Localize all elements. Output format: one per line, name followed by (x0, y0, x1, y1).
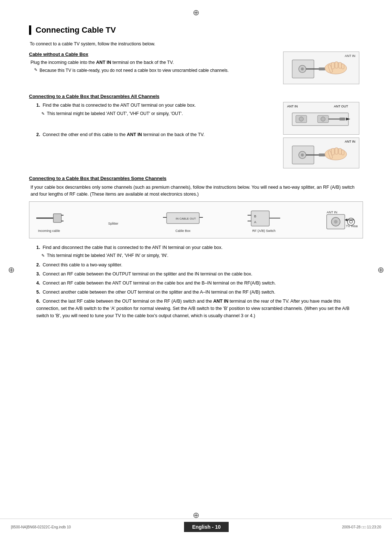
page-title: Connecting Cable TV (29, 25, 363, 35)
svg-point-13 (299, 117, 303, 121)
section1-text: Cable without a Cable Box Plug the incom… (29, 52, 283, 87)
section3-step5: 5. Connect another cable between the oth… (36, 289, 363, 296)
cd-splitter: Splitter (108, 222, 118, 225)
ant-in-label2: ANT IN (287, 105, 298, 108)
svg-text:TV Rear: TV Rear (346, 224, 358, 228)
cablebox-svg: IN CABLE OUT (163, 207, 203, 229)
section1-image-col: ANT IN (283, 52, 363, 87)
cable-box-diagram (289, 107, 354, 129)
page-content: Connecting Cable TV To connect to a cabl… (0, 0, 392, 540)
section2: Connecting to a Cable Box that Descrambl… (29, 94, 363, 168)
section3-step4-text: Connect an RF cable between the ANT OUT … (42, 281, 275, 286)
section3-step5-text: Connect another cable between the other … (42, 290, 275, 295)
intro-text: To connect to a cable TV system, follow … (30, 41, 363, 46)
section2-step1: 1. Find the cable that is connected to t… (36, 102, 276, 117)
section3-step3-text: Connect an RF cable between the OUTPUT t… (42, 271, 252, 277)
svg-point-15 (321, 117, 325, 121)
section3-step2-text: Connect this cable to a two-way splitter… (42, 262, 122, 267)
section3: Connecting to a Cable Box that Descrambl… (29, 176, 363, 319)
svg-point-21 (301, 154, 304, 156)
svg-rect-27 (339, 148, 342, 154)
section2-note1: ✎ This terminal might be labeled 'ANT OU… (41, 110, 276, 117)
incoming-cable-svg (34, 207, 64, 229)
section2-images: ANT IN ANT OUT (283, 102, 363, 168)
svg-text:IN  CABLE  OUT: IN CABLE OUT (176, 217, 196, 220)
incoming-cable-label: Incoming cable (38, 229, 60, 233)
section2-layout: 1. Find the cable that is connected to t… (29, 102, 363, 168)
svg-point-52 (350, 220, 352, 223)
cd-incoming: Incoming cable (34, 207, 64, 233)
section3-step1: 1. Find and disconnect the cable that is… (36, 244, 363, 259)
section2-steps: 1. Find the cable that is connected to t… (36, 102, 276, 138)
tv-rear-svg: ANT IN TV Rear (325, 209, 358, 231)
svg-marker-49 (345, 218, 347, 221)
section2-image1: ANT IN ANT OUT (283, 102, 359, 135)
svg-rect-6 (331, 62, 334, 69)
svg-text:ANT IN: ANT IN (327, 210, 337, 214)
svg-text:B: B (254, 214, 256, 218)
hand-plug-diagram-1 (289, 54, 354, 82)
section3-steps: 1. Find and disconnect the cable that is… (36, 244, 363, 320)
section3-note1: ✎ This terminal might be labeled 'ANT IN… (41, 252, 363, 259)
section2-image2: ANT IN (283, 138, 359, 168)
cable-box-label: Cable Box (175, 229, 191, 233)
section3-heading: Connecting to a Cable Box that Descrambl… (29, 176, 363, 181)
svg-rect-7 (335, 62, 338, 68)
section3-step3: 3. Connect an RF cable between the OUTPU… (36, 271, 363, 278)
svg-point-2 (301, 68, 304, 70)
svg-rect-23 (319, 154, 325, 156)
svg-rect-17 (339, 118, 345, 120)
svg-rect-25 (331, 148, 334, 155)
note-icon-s2: ✎ (41, 111, 45, 117)
svg-rect-26 (335, 148, 338, 154)
section1-heading: Cable without a Cable Box (29, 52, 276, 57)
section1: Cable without a Cable Box Plug the incom… (29, 52, 363, 87)
ant-out-label: ANT OUT (334, 105, 348, 108)
footer-left: [8500-NA]BN68-02322C-Eng.indb 10 (11, 525, 71, 529)
svg-point-47 (334, 220, 338, 224)
svg-rect-28 (342, 150, 344, 155)
page-title-text: Connecting Cable TV (36, 25, 116, 35)
cable-diagram-inner: Incoming cable Splitter IN CABLE OUT (34, 205, 358, 234)
section2-step2: 2. Connect the other end of this cable t… (36, 131, 276, 138)
ant-in-label3: ANT IN (345, 140, 355, 143)
cable-diagram: Incoming cable Splitter IN CABLE OUT (29, 201, 363, 238)
note-icon-s3-1: ✎ (41, 253, 45, 259)
section2-heading: Connecting to a Cable Box that Descrambl… (29, 94, 363, 99)
svg-rect-9 (342, 64, 344, 69)
svg-rect-31 (53, 214, 61, 222)
cd-tvrear: ANT IN TV Rear (325, 209, 358, 231)
section3-step2: 2. Connect this cable to a two-way split… (36, 262, 363, 269)
section1-image: ANT IN (283, 52, 359, 84)
splitter-label: Splitter (108, 222, 118, 225)
section3-step4: 4. Connect an RF cable between the ANT O… (36, 280, 363, 287)
section2-step1-note: This terminal might be labeled 'ANT OUT'… (47, 110, 183, 117)
cd-rfswitch: B A RF (A/B) Switch (248, 207, 280, 233)
footer-center: English - 10 (184, 522, 229, 532)
page-footer: [8500-NA]BN68-02322C-Eng.indb 10 English… (0, 519, 392, 532)
svg-rect-8 (339, 62, 342, 68)
section1-note-row: ✎ Because this TV is cable-ready, you do… (34, 67, 276, 74)
section1-body: Plug the incoming cable into the ANT IN … (30, 60, 276, 65)
section3-step1-note: This terminal might be labeled 'ANT IN',… (47, 252, 168, 259)
svg-text:A: A (254, 220, 256, 224)
rf-switch-svg: B A (248, 207, 280, 229)
rf-switch-label: RF (A/B) Switch (252, 229, 275, 233)
svg-rect-4 (319, 68, 325, 70)
ant-in-label: ANT IN (345, 54, 355, 58)
cd-cablebox: IN CABLE OUT Cable Box (163, 207, 203, 233)
note-icon: ✎ (34, 68, 37, 72)
section1-note: Because this TV is cable-ready, you do n… (40, 67, 229, 74)
hand-plug-diagram-2 (289, 140, 354, 166)
section2-text: 1. Find the cable that is connected to t… (29, 102, 283, 168)
section3-step6: 6. Connect the last RF cable between the… (36, 298, 363, 319)
section3-intro: If your cable box descrambles only some … (30, 184, 363, 198)
footer-right: 2009-07-28 □□ 11:23:20 (342, 525, 381, 529)
